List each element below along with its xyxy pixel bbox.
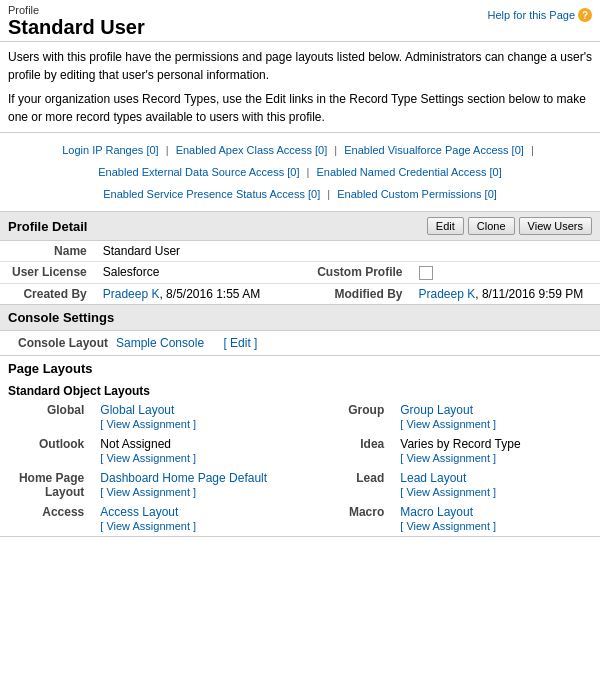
global-label: Global [0, 400, 92, 434]
idea-assign-link[interactable]: [ View Assignment ] [400, 452, 496, 464]
modified-by-label: Modified By [305, 283, 410, 304]
modified-by-value: Pradeep K, 8/11/2016 9:59 PM [411, 283, 601, 304]
home-page-label: Home Page Layout [0, 468, 92, 502]
global-layout-link[interactable]: Global Layout [100, 403, 174, 417]
custom-perms-link[interactable]: Enabled Custom Permissions [0] [337, 188, 497, 200]
lead-layout-link[interactable]: Lead Layout [400, 471, 466, 485]
custom-profile-checkbox [411, 262, 601, 284]
group-layout-link[interactable]: Group Layout [400, 403, 473, 417]
table-row: Access Access Layout [ View Assignment ]… [0, 502, 600, 536]
service-presence-link[interactable]: Enabled Service Presence Status Access [… [103, 188, 320, 200]
help-link[interactable]: Help for this Page ? [488, 4, 592, 22]
created-by-value: Pradeep K, 8/5/2016 1:55 AM [95, 283, 306, 304]
console-edit-bracket [212, 336, 215, 350]
profile-label: Profile [8, 4, 145, 16]
user-license-label: User License [0, 262, 95, 284]
profile-detail-label: Profile Detail [8, 219, 87, 234]
console-settings-label: Console Settings [8, 310, 114, 325]
macro-label: Macro [323, 502, 392, 536]
page-layouts-title: Page Layouts [0, 356, 600, 381]
console-settings-header: Console Settings [0, 305, 600, 331]
modified-by-link[interactable]: Pradeep K [419, 287, 476, 301]
name-value: Standard User [95, 241, 306, 262]
macro-value: Macro Layout [ View Assignment ] [392, 502, 600, 536]
console-edit-link[interactable]: [ Edit ] [223, 336, 257, 350]
access-layout-link[interactable]: Access Layout [100, 505, 178, 519]
profile-detail-section: Profile Detail Edit Clone View Users Nam… [0, 212, 600, 305]
detail-table: Name Standard User User License Salesfor… [0, 241, 600, 304]
edit-button[interactable]: Edit [427, 217, 464, 235]
login-ip-link[interactable]: Login IP Ranges [0] [62, 144, 158, 156]
profile-detail-header: Profile Detail Edit Clone View Users [0, 212, 600, 241]
outlook-label: Outlook [0, 434, 92, 468]
console-layout-row: Console Layout Sample Console [ Edit ] [0, 331, 600, 355]
idea-label: Idea [323, 434, 392, 468]
home-page-value: Dashboard Home Page Default [ View Assig… [92, 468, 323, 502]
table-row: Global Global Layout [ View Assignment ]… [0, 400, 600, 434]
custom-profile-check-box [419, 266, 433, 280]
name-label: Name [0, 241, 95, 262]
lead-assign-link[interactable]: [ View Assignment ] [400, 486, 496, 498]
access-assign-link[interactable]: [ View Assignment ] [100, 520, 196, 532]
home-page-assign-link[interactable]: [ View Assignment ] [100, 486, 196, 498]
outlook-value: Not Assigned [ View Assignment ] [92, 434, 323, 468]
created-date: , 8/5/2016 1:55 AM [159, 287, 260, 301]
help-icon: ? [578, 8, 592, 22]
home-page-layout-link[interactable]: Dashboard Home Page Default [100, 471, 267, 485]
global-assign-link[interactable]: [ View Assignment ] [100, 418, 196, 430]
named-cred-link[interactable]: Enabled Named Credential Access [0] [316, 166, 501, 178]
description-para2: If your organization uses Record Types, … [8, 90, 592, 126]
sample-console-link[interactable]: Sample Console [116, 336, 204, 350]
access-value: Access Layout [ View Assignment ] [92, 502, 323, 536]
modified-date: , 8/11/2016 9:59 PM [475, 287, 583, 301]
lead-value: Lead Layout [ View Assignment ] [392, 468, 600, 502]
page-title: Standard User [8, 16, 145, 39]
created-by-link[interactable]: Pradeep K [103, 287, 160, 301]
group-value: Group Layout [ View Assignment ] [392, 400, 600, 434]
help-text: Help for this Page [488, 9, 575, 21]
group-label: Group [323, 400, 392, 434]
description-para1: Users with this profile have the permiss… [8, 48, 592, 84]
lead-label: Lead [323, 468, 392, 502]
description-section: Users with this profile have the permiss… [0, 42, 600, 133]
layout-table: Global Global Layout [ View Assignment ]… [0, 400, 600, 536]
console-settings-section: Console Settings Console Layout Sample C… [0, 305, 600, 356]
clone-button[interactable]: Clone [468, 217, 515, 235]
outlook-not-assigned: Not Assigned [100, 437, 171, 451]
apex-class-link[interactable]: Enabled Apex Class Access [0] [176, 144, 328, 156]
table-row: Outlook Not Assigned [ View Assignment ]… [0, 434, 600, 468]
idea-value: Varies by Record Type [ View Assignment … [392, 434, 600, 468]
links-bar: Login IP Ranges [0] | Enabled Apex Class… [0, 133, 600, 212]
outlook-assign-link[interactable]: [ View Assignment ] [100, 452, 196, 464]
macro-layout-link[interactable]: Macro Layout [400, 505, 473, 519]
page-layouts-section: Page Layouts Standard Object Layouts Glo… [0, 356, 600, 537]
access-label: Access [0, 502, 92, 536]
visualforce-link[interactable]: Enabled Visualforce Page Access [0] [344, 144, 524, 156]
standard-object-layouts-title: Standard Object Layouts [0, 381, 600, 400]
macro-assign-link[interactable]: [ View Assignment ] [400, 520, 496, 532]
custom-profile-label: Custom Profile [305, 262, 410, 284]
page-header: Profile Standard User Help for this Page… [0, 0, 600, 42]
console-layout-label: Console Layout [8, 336, 108, 350]
idea-varies-text: Varies by Record Type [400, 437, 520, 451]
ext-data-link[interactable]: Enabled External Data Source Access [0] [98, 166, 299, 178]
table-row: Home Page Layout Dashboard Home Page Def… [0, 468, 600, 502]
user-license-value: Salesforce [95, 262, 306, 284]
view-users-button[interactable]: View Users [519, 217, 592, 235]
profile-detail-buttons: Edit Clone View Users [427, 217, 592, 235]
group-assign-link[interactable]: [ View Assignment ] [400, 418, 496, 430]
created-by-label: Created By [0, 283, 95, 304]
global-value: Global Layout [ View Assignment ] [92, 400, 323, 434]
